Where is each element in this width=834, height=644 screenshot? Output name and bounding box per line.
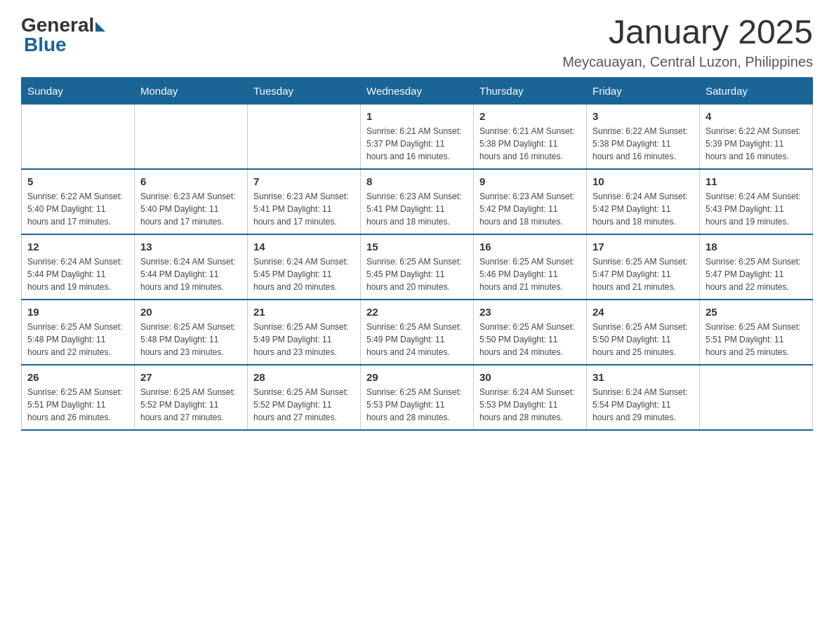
calendar-week-row: 19Sunrise: 6:25 AM Sunset: 5:48 PM Dayli…: [22, 300, 813, 365]
day-info: Sunrise: 6:25 AM Sunset: 5:47 PM Dayligh…: [593, 255, 694, 293]
table-row: 13Sunrise: 6:24 AM Sunset: 5:44 PM Dayli…: [135, 234, 248, 300]
header-tuesday: Tuesday: [248, 77, 361, 104]
logo: General Blue: [21, 14, 105, 56]
day-number: 2: [479, 110, 581, 122]
table-row: 10Sunrise: 6:24 AM Sunset: 5:42 PM Dayli…: [587, 169, 700, 234]
day-info: Sunrise: 6:24 AM Sunset: 5:42 PM Dayligh…: [593, 190, 694, 228]
header-sunday: Sunday: [22, 77, 135, 104]
logo-blue-text: Blue: [24, 34, 67, 56]
day-info: Sunrise: 6:24 AM Sunset: 5:44 PM Dayligh…: [27, 255, 128, 293]
day-number: 30: [479, 371, 581, 383]
table-row: 9Sunrise: 6:23 AM Sunset: 5:42 PM Daylig…: [474, 169, 587, 234]
day-info: Sunrise: 6:21 AM Sunset: 5:38 PM Dayligh…: [479, 125, 581, 163]
table-row: 27Sunrise: 6:25 AM Sunset: 5:52 PM Dayli…: [135, 365, 248, 430]
day-number: 22: [366, 306, 468, 318]
day-info: Sunrise: 6:25 AM Sunset: 5:49 PM Dayligh…: [366, 321, 468, 358]
day-info: Sunrise: 6:24 AM Sunset: 5:43 PM Dayligh…: [706, 190, 807, 228]
header-saturday: Saturday: [700, 77, 813, 104]
day-number: 18: [706, 241, 807, 253]
table-row: 6Sunrise: 6:23 AM Sunset: 5:40 PM Daylig…: [135, 169, 248, 234]
day-number: 28: [253, 371, 355, 383]
day-info: Sunrise: 6:25 AM Sunset: 5:49 PM Dayligh…: [253, 321, 355, 358]
day-number: 16: [479, 241, 581, 253]
header-monday: Monday: [135, 77, 248, 104]
day-info: Sunrise: 6:25 AM Sunset: 5:47 PM Dayligh…: [706, 255, 807, 293]
day-number: 14: [253, 241, 355, 253]
table-row: 21Sunrise: 6:25 AM Sunset: 5:49 PM Dayli…: [248, 300, 361, 365]
day-number: 25: [706, 306, 807, 318]
day-info: Sunrise: 6:25 AM Sunset: 5:45 PM Dayligh…: [366, 255, 468, 293]
calendar-title: January 2025: [562, 14, 813, 51]
calendar-week-row: 26Sunrise: 6:25 AM Sunset: 5:51 PM Dayli…: [22, 365, 813, 430]
day-number: 24: [593, 306, 694, 318]
table-row: [22, 104, 135, 169]
calendar-week-row: 12Sunrise: 6:24 AM Sunset: 5:44 PM Dayli…: [22, 234, 813, 300]
day-info: Sunrise: 6:25 AM Sunset: 5:46 PM Dayligh…: [479, 255, 581, 293]
day-number: 20: [140, 306, 241, 318]
calendar-header-row: Sunday Monday Tuesday Wednesday Thursday…: [22, 77, 813, 104]
day-number: 5: [27, 175, 128, 187]
day-number: 3: [593, 110, 694, 122]
table-row: 8Sunrise: 6:23 AM Sunset: 5:41 PM Daylig…: [361, 169, 474, 234]
day-number: 12: [27, 241, 128, 253]
day-info: Sunrise: 6:25 AM Sunset: 5:51 PM Dayligh…: [27, 386, 128, 424]
table-row: 11Sunrise: 6:24 AM Sunset: 5:43 PM Dayli…: [700, 169, 813, 234]
table-row: 17Sunrise: 6:25 AM Sunset: 5:47 PM Dayli…: [587, 234, 700, 300]
day-number: 19: [27, 306, 128, 318]
day-info: Sunrise: 6:25 AM Sunset: 5:48 PM Dayligh…: [27, 321, 128, 358]
day-info: Sunrise: 6:21 AM Sunset: 5:37 PM Dayligh…: [366, 125, 468, 163]
day-number: 13: [140, 241, 241, 253]
table-row: 12Sunrise: 6:24 AM Sunset: 5:44 PM Dayli…: [22, 234, 135, 300]
table-row: 29Sunrise: 6:25 AM Sunset: 5:53 PM Dayli…: [361, 365, 474, 430]
day-info: Sunrise: 6:25 AM Sunset: 5:53 PM Dayligh…: [366, 386, 468, 424]
table-row: 2Sunrise: 6:21 AM Sunset: 5:38 PM Daylig…: [474, 104, 587, 169]
day-number: 9: [479, 175, 581, 187]
day-number: 6: [140, 175, 241, 187]
table-row: 24Sunrise: 6:25 AM Sunset: 5:50 PM Dayli…: [587, 300, 700, 365]
day-info: Sunrise: 6:24 AM Sunset: 5:44 PM Dayligh…: [140, 255, 241, 293]
table-row: 19Sunrise: 6:25 AM Sunset: 5:48 PM Dayli…: [22, 300, 135, 365]
table-row: 3Sunrise: 6:22 AM Sunset: 5:38 PM Daylig…: [587, 104, 700, 169]
table-row: 4Sunrise: 6:22 AM Sunset: 5:39 PM Daylig…: [700, 104, 813, 169]
table-row: 31Sunrise: 6:24 AM Sunset: 5:54 PM Dayli…: [587, 365, 700, 430]
day-info: Sunrise: 6:24 AM Sunset: 5:54 PM Dayligh…: [593, 386, 694, 424]
day-number: 10: [593, 175, 694, 187]
table-row: 14Sunrise: 6:24 AM Sunset: 5:45 PM Dayli…: [248, 234, 361, 300]
table-row: [248, 104, 361, 169]
day-info: Sunrise: 6:24 AM Sunset: 5:45 PM Dayligh…: [253, 255, 355, 293]
day-info: Sunrise: 6:25 AM Sunset: 5:48 PM Dayligh…: [140, 321, 241, 358]
day-number: 21: [253, 306, 355, 318]
day-info: Sunrise: 6:24 AM Sunset: 5:53 PM Dayligh…: [479, 386, 581, 424]
table-row: 28Sunrise: 6:25 AM Sunset: 5:52 PM Dayli…: [248, 365, 361, 430]
day-info: Sunrise: 6:25 AM Sunset: 5:51 PM Dayligh…: [706, 321, 807, 358]
day-info: Sunrise: 6:25 AM Sunset: 5:50 PM Dayligh…: [479, 321, 581, 358]
table-row: [700, 365, 813, 430]
table-row: 30Sunrise: 6:24 AM Sunset: 5:53 PM Dayli…: [474, 365, 587, 430]
day-number: 1: [366, 110, 468, 122]
header-wednesday: Wednesday: [361, 77, 474, 104]
table-row: 16Sunrise: 6:25 AM Sunset: 5:46 PM Dayli…: [474, 234, 587, 300]
day-number: 8: [366, 175, 468, 187]
table-row: 26Sunrise: 6:25 AM Sunset: 5:51 PM Dayli…: [22, 365, 135, 430]
day-number: 26: [27, 371, 128, 383]
calendar-subtitle: Meycauayan, Central Luzon, Philippines: [562, 54, 813, 70]
day-info: Sunrise: 6:25 AM Sunset: 5:50 PM Dayligh…: [593, 321, 694, 358]
day-info: Sunrise: 6:22 AM Sunset: 5:38 PM Dayligh…: [593, 125, 694, 163]
header-thursday: Thursday: [474, 77, 587, 104]
header-friday: Friday: [587, 77, 700, 104]
day-number: 11: [706, 175, 807, 187]
table-row: 20Sunrise: 6:25 AM Sunset: 5:48 PM Dayli…: [135, 300, 248, 365]
table-row: 23Sunrise: 6:25 AM Sunset: 5:50 PM Dayli…: [474, 300, 587, 365]
day-number: 23: [479, 306, 581, 318]
title-block: January 2025 Meycauayan, Central Luzon, …: [562, 14, 813, 70]
day-info: Sunrise: 6:22 AM Sunset: 5:40 PM Dayligh…: [27, 190, 128, 228]
table-row: 5Sunrise: 6:22 AM Sunset: 5:40 PM Daylig…: [22, 169, 135, 234]
table-row: 7Sunrise: 6:23 AM Sunset: 5:41 PM Daylig…: [248, 169, 361, 234]
day-number: 4: [706, 110, 807, 122]
table-row: 22Sunrise: 6:25 AM Sunset: 5:49 PM Dayli…: [361, 300, 474, 365]
day-info: Sunrise: 6:23 AM Sunset: 5:41 PM Dayligh…: [366, 190, 468, 228]
day-info: Sunrise: 6:23 AM Sunset: 5:41 PM Dayligh…: [253, 190, 355, 228]
day-number: 15: [366, 241, 468, 253]
day-info: Sunrise: 6:23 AM Sunset: 5:40 PM Dayligh…: [140, 190, 241, 228]
table-row: 18Sunrise: 6:25 AM Sunset: 5:47 PM Dayli…: [700, 234, 813, 300]
